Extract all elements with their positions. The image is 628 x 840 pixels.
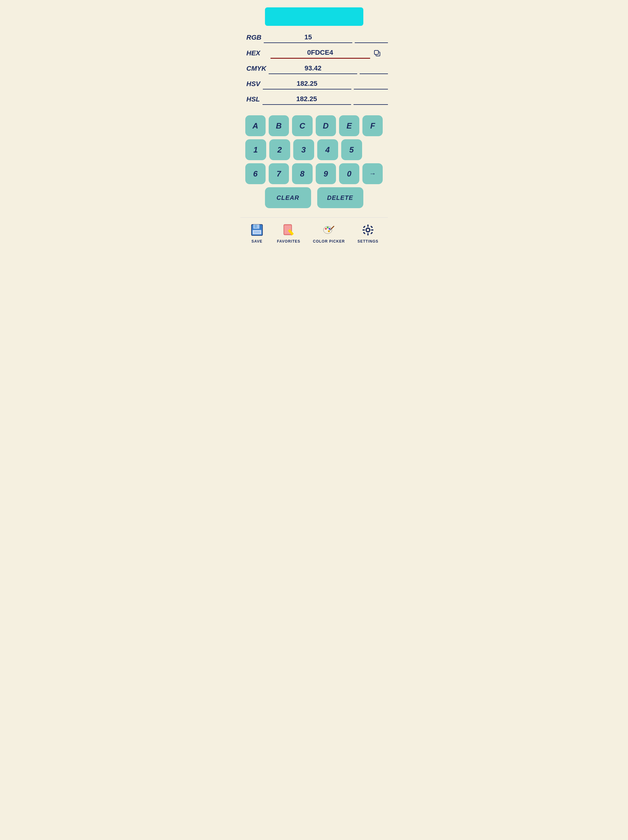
key-0[interactable]: 0 [339, 163, 359, 184]
key-8[interactable]: 8 [292, 163, 312, 184]
key-e[interactable]: E [339, 115, 359, 136]
cmyk-row: CMYK [246, 63, 382, 74]
svg-rect-12 [254, 225, 257, 228]
rgb-label: RGB [246, 33, 262, 41]
rgb-g-input[interactable] [355, 32, 388, 43]
cmyk-c-input[interactable] [269, 63, 357, 74]
keyboard-row-actions: CLEAR DELETE [245, 187, 383, 208]
nav-save[interactable]: SAVE [249, 223, 264, 243]
svg-rect-32 [363, 226, 366, 228]
key-a[interactable]: A [245, 115, 265, 136]
key-arrow[interactable]: → [363, 163, 383, 184]
cmyk-label: CMYK [246, 65, 267, 73]
colorpicker-icon [322, 223, 336, 237]
svg-rect-35 [371, 232, 373, 234]
svg-rect-31 [371, 229, 374, 231]
cmyk-m-input[interactable] [360, 63, 388, 74]
svg-rect-29 [367, 233, 369, 235]
settings-icon [361, 223, 376, 237]
key-5[interactable]: 5 [341, 139, 362, 160]
hsl-row: HSL [246, 94, 382, 105]
svg-point-21 [327, 227, 328, 229]
bottom-nav: SAVE FAVORITES [240, 217, 388, 249]
svg-rect-34 [363, 232, 366, 234]
key-d[interactable]: D [316, 115, 336, 136]
keyboard: A B C D E F 1 2 3 4 5 6 7 8 9 0 → CLEAR … [240, 112, 388, 214]
color-picker-label: COLOR PICKER [313, 239, 345, 243]
hsv-row: HSV [246, 78, 382, 90]
svg-point-23 [328, 230, 330, 232]
key-2[interactable]: 2 [269, 139, 290, 160]
save-label: SAVE [251, 239, 262, 243]
key-3[interactable]: 3 [293, 139, 314, 160]
key-9[interactable]: 9 [316, 163, 336, 184]
hex-row: HEX [246, 47, 382, 59]
keyboard-row-60: 6 7 8 9 0 → [245, 163, 383, 184]
hex-copy-icon[interactable] [372, 49, 382, 58]
hsv-h-input[interactable] [263, 78, 351, 90]
svg-rect-14 [254, 231, 260, 234]
svg-point-27 [367, 229, 369, 231]
nav-favorites[interactable]: FAVORITES [277, 223, 300, 243]
hsl-label: HSL [246, 95, 260, 103]
color-fields: RGB HEX CMYK [240, 32, 388, 109]
key-f[interactable]: F [363, 115, 383, 136]
rgb-row: RGB [246, 32, 382, 43]
color-preview [265, 7, 363, 26]
key-6[interactable]: 6 [245, 163, 265, 184]
rgb-r-input[interactable] [264, 32, 352, 43]
nav-color-picker[interactable]: COLOR PICKER [313, 223, 345, 243]
keyboard-row-af: A B C D E F [245, 115, 383, 136]
key-1[interactable]: 1 [245, 139, 266, 160]
svg-rect-3 [374, 51, 379, 54]
key-b[interactable]: B [269, 115, 289, 136]
save-icon [249, 223, 264, 237]
nav-settings[interactable]: SETTINGS [358, 223, 379, 243]
svg-rect-33 [371, 226, 373, 228]
clear-button[interactable]: CLEAR [265, 187, 311, 208]
hex-label: HEX [246, 49, 268, 57]
svg-point-20 [325, 228, 327, 230]
favorites-icon [281, 223, 296, 237]
svg-rect-28 [367, 224, 369, 227]
delete-button[interactable]: DELETE [317, 187, 363, 208]
keyboard-row-15: 1 2 3 4 5 [245, 139, 383, 160]
key-c[interactable]: C [292, 115, 312, 136]
hsl-h-input[interactable] [262, 94, 351, 105]
hex-input[interactable] [270, 47, 370, 59]
favorites-label: FAVORITES [277, 239, 300, 243]
hsl-s-input[interactable] [353, 94, 388, 105]
hsv-label: HSV [246, 80, 260, 88]
hsv-s-input[interactable] [354, 78, 388, 90]
key-7[interactable]: 7 [269, 163, 289, 184]
settings-label: SETTINGS [358, 239, 379, 243]
svg-rect-30 [363, 229, 365, 231]
key-4[interactable]: 4 [317, 139, 338, 160]
